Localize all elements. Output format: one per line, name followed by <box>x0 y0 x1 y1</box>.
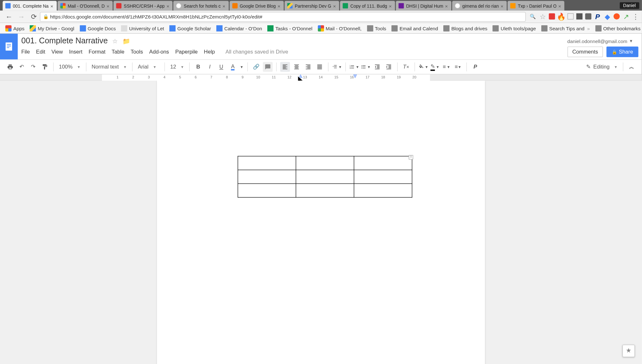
extension-icon[interactable] <box>567 13 573 19</box>
browser-tab[interactable]: Txp › Daniel Paul O × <box>508 1 565 11</box>
align-left-button[interactable] <box>280 62 290 72</box>
account-email[interactable]: daniel.odonnell@gmail.com <box>567 38 627 44</box>
tab-close-icon[interactable]: × <box>277 4 282 8</box>
url-input[interactable]: 🔒 https://docs.google.com/document/d/1zh… <box>40 12 526 22</box>
tab-close-icon[interactable]: × <box>50 4 55 8</box>
paint-format-button[interactable] <box>40 62 50 72</box>
tab-close-icon[interactable]: × <box>445 4 449 8</box>
bookmark-item[interactable]: Mail - O'Donnell, <box>315 25 364 31</box>
menu-paperpile[interactable]: Paperpile <box>175 49 197 55</box>
redo-button[interactable]: ↷ <box>28 62 38 72</box>
browser-tab[interactable]: Mail - O'Donnell, D × <box>57 1 113 11</box>
browser-tab[interactable]: Search for hotels c × <box>173 1 229 11</box>
table-cell[interactable] <box>354 170 412 184</box>
fill-color-button[interactable]: ▼ <box>418 62 428 72</box>
bookmark-item[interactable]: Google Scholar <box>167 25 214 31</box>
align-center-button[interactable] <box>292 62 302 72</box>
browser-tab[interactable]: 001. Complete Na × <box>3 1 56 11</box>
browser-tab[interactable]: SSHRC/CRSH - App × <box>114 1 173 11</box>
ruler[interactable]: 1234567891011121314151617181920 Column <box>0 75 642 81</box>
tab-close-icon[interactable]: × <box>389 4 393 8</box>
text-color-dropdown[interactable]: ▼ <box>240 62 244 72</box>
table-cell[interactable]: ⠿ <box>354 156 412 170</box>
menu-format[interactable]: Format <box>89 49 106 55</box>
increase-indent-button[interactable] <box>384 62 394 72</box>
bookmark-item[interactable]: Calendar - O'Don <box>214 25 265 31</box>
font-select[interactable]: Arial▼ <box>135 62 162 72</box>
browser-tab[interactable]: DHSI | Digital Hum × <box>396 1 451 11</box>
extension-icon[interactable] <box>614 13 620 19</box>
bookmark-star-icon[interactable]: ☆ <box>539 13 546 20</box>
hide-menus-button[interactable]: ︽ <box>627 62 637 72</box>
column-indent-marker-icon[interactable] <box>353 75 357 78</box>
docs-home-logo[interactable] <box>0 34 18 60</box>
apps-shortcut[interactable]: Apps <box>3 25 27 31</box>
document-page[interactable]: ⠿ <box>157 81 485 364</box>
table-cell[interactable] <box>354 184 412 197</box>
table-cell[interactable] <box>296 156 354 170</box>
font-size-select[interactable]: 12▼ <box>167 62 187 72</box>
tab-close-icon[interactable]: × <box>333 4 337 8</box>
decrease-indent-button[interactable] <box>373 62 382 72</box>
comments-button[interactable]: Comments <box>567 47 603 57</box>
menu-tools[interactable]: Tools <box>130 49 143 55</box>
styles-select[interactable]: Normal text▼ <box>89 62 129 72</box>
insert-link-button[interactable]: 🔗 <box>251 62 261 72</box>
numbered-list-button[interactable]: ▼ <box>350 62 359 72</box>
document-table[interactable]: ⠿ <box>238 156 412 198</box>
extension-icon[interactable]: ↗ <box>623 13 630 20</box>
table-row[interactable]: ⠿ <box>238 156 412 170</box>
document-title[interactable]: 001. Complete Narrative <box>21 36 108 46</box>
table-cell[interactable] <box>296 184 354 197</box>
menu-addons[interactable]: Add-ons <box>149 49 169 55</box>
clear-formatting-button[interactable]: T✕ <box>401 62 411 72</box>
tab-close-icon[interactable]: × <box>558 4 563 8</box>
extension-icon[interactable] <box>585 13 591 19</box>
table-cell[interactable] <box>238 170 296 184</box>
align-right-button[interactable] <box>303 62 313 72</box>
align-justify-button[interactable] <box>315 62 325 72</box>
browser-tab[interactable]: gimena del rio rian × <box>452 1 507 11</box>
table-cell[interactable] <box>296 170 354 184</box>
bold-button[interactable]: B <box>193 62 203 72</box>
tab-close-icon[interactable]: × <box>500 4 505 8</box>
menu-table[interactable]: Table <box>112 49 124 55</box>
bookmark-item[interactable]: Google Docs <box>77 25 118 31</box>
tab-close-icon[interactable]: × <box>223 4 227 8</box>
chrome-menu-icon[interactable]: ⋮ <box>632 13 639 20</box>
bookmark-folder[interactable]: Search Tips and <box>539 25 587 31</box>
account-dropdown-icon[interactable]: ▼ <box>629 39 633 43</box>
table-row[interactable] <box>238 170 412 184</box>
extension-icon[interactable]: ◆ <box>604 13 611 20</box>
zoom-icon[interactable]: 🔍 <box>529 13 536 20</box>
browser-tab[interactable]: Copy of 111. Budg × <box>340 1 395 11</box>
table-cell[interactable] <box>238 156 296 170</box>
chrome-profile-badge[interactable]: Daniel <box>620 2 639 9</box>
menu-help[interactable]: Help <box>204 49 215 55</box>
underline-button[interactable]: U <box>217 62 226 72</box>
menu-file[interactable]: File <box>21 49 30 55</box>
paperpile-button[interactable]: P <box>470 62 480 72</box>
extension-icon[interactable] <box>576 13 582 19</box>
extension-icon[interactable] <box>549 13 555 19</box>
browser-tab[interactable]: Google Drive Blog × <box>230 1 284 11</box>
bookmark-folder[interactable]: Email and Calend <box>389 25 440 31</box>
column-indent-marker-icon[interactable] <box>299 75 302 78</box>
bookmark-item[interactable]: My Drive - Googl <box>27 25 77 31</box>
menu-view[interactable]: View <box>51 49 63 55</box>
overflow-chevron-icon[interactable]: » <box>587 25 590 31</box>
reload-button[interactable]: ⟳ <box>29 12 38 21</box>
extension-icon[interactable]: 🔥 <box>558 13 565 20</box>
insert-comment-button[interactable] <box>263 62 273 72</box>
print-button[interactable] <box>5 62 15 72</box>
border-color-button[interactable]: ✎▼ <box>430 62 440 72</box>
bookmark-item[interactable]: University of Let <box>118 25 166 31</box>
forward-button[interactable]: → <box>17 12 26 21</box>
undo-button[interactable]: ↶ <box>17 62 27 72</box>
browser-tab[interactable]: Partnership Dev G × <box>284 1 339 11</box>
bookmark-folder[interactable]: Blogs and drives <box>441 25 490 31</box>
border-style-button[interactable]: ≡▼ <box>453 62 463 72</box>
italic-button[interactable]: I <box>205 62 215 72</box>
document-canvas[interactable]: ⠿ <box>0 81 642 364</box>
zoom-select[interactable]: 100%▼ <box>56 62 83 72</box>
